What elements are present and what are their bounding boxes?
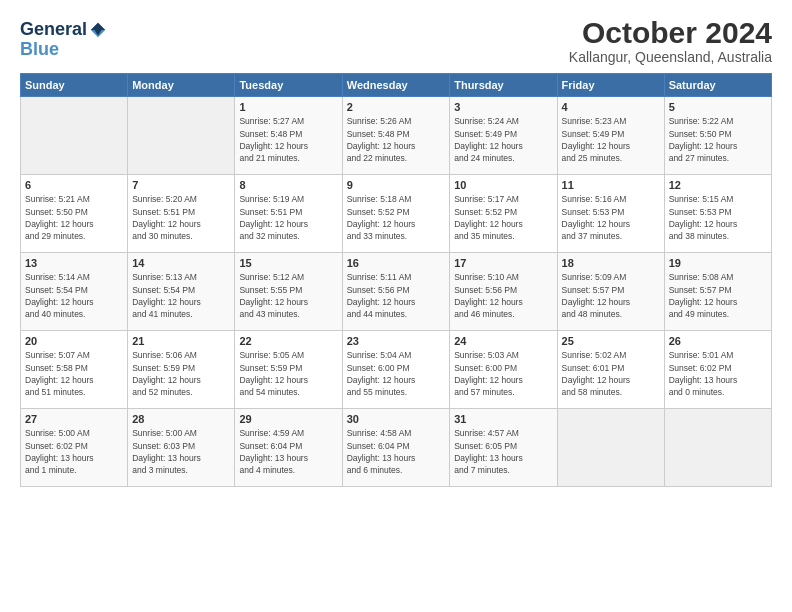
day-info: Sunrise: 5:09 AM Sunset: 5:57 PM Dayligh… bbox=[562, 271, 660, 320]
table-row: 18Sunrise: 5:09 AM Sunset: 5:57 PM Dayli… bbox=[557, 253, 664, 331]
day-info: Sunrise: 5:00 AM Sunset: 6:03 PM Dayligh… bbox=[132, 427, 230, 476]
table-row: 31Sunrise: 4:57 AM Sunset: 6:05 PM Dayli… bbox=[450, 409, 557, 487]
table-row: 3Sunrise: 5:24 AM Sunset: 5:49 PM Daylig… bbox=[450, 97, 557, 175]
day-number: 25 bbox=[562, 334, 660, 349]
day-number: 3 bbox=[454, 100, 552, 115]
day-number: 17 bbox=[454, 256, 552, 271]
day-info: Sunrise: 4:58 AM Sunset: 6:04 PM Dayligh… bbox=[347, 427, 445, 476]
day-info: Sunrise: 5:14 AM Sunset: 5:54 PM Dayligh… bbox=[25, 271, 123, 320]
table-row: 8Sunrise: 5:19 AM Sunset: 5:51 PM Daylig… bbox=[235, 175, 342, 253]
day-number: 10 bbox=[454, 178, 552, 193]
day-number: 30 bbox=[347, 412, 445, 427]
col-friday: Friday bbox=[557, 74, 664, 97]
table-row: 5Sunrise: 5:22 AM Sunset: 5:50 PM Daylig… bbox=[664, 97, 771, 175]
table-row: 15Sunrise: 5:12 AM Sunset: 5:55 PM Dayli… bbox=[235, 253, 342, 331]
day-number: 18 bbox=[562, 256, 660, 271]
calendar-title: October 2024 bbox=[569, 16, 772, 49]
day-info: Sunrise: 5:04 AM Sunset: 6:00 PM Dayligh… bbox=[347, 349, 445, 398]
day-number: 29 bbox=[239, 412, 337, 427]
col-sunday: Sunday bbox=[21, 74, 128, 97]
table-row: 24Sunrise: 5:03 AM Sunset: 6:00 PM Dayli… bbox=[450, 331, 557, 409]
day-number: 28 bbox=[132, 412, 230, 427]
header: General Blue October 2024 Kallangur, Que… bbox=[20, 16, 772, 65]
day-number: 12 bbox=[669, 178, 767, 193]
day-number: 31 bbox=[454, 412, 552, 427]
day-info: Sunrise: 5:12 AM Sunset: 5:55 PM Dayligh… bbox=[239, 271, 337, 320]
table-row bbox=[664, 409, 771, 487]
table-row: 13Sunrise: 5:14 AM Sunset: 5:54 PM Dayli… bbox=[21, 253, 128, 331]
table-row: 6Sunrise: 5:21 AM Sunset: 5:50 PM Daylig… bbox=[21, 175, 128, 253]
day-info: Sunrise: 5:05 AM Sunset: 5:59 PM Dayligh… bbox=[239, 349, 337, 398]
table-row bbox=[21, 97, 128, 175]
table-row: 11Sunrise: 5:16 AM Sunset: 5:53 PM Dayli… bbox=[557, 175, 664, 253]
day-number: 6 bbox=[25, 178, 123, 193]
logo: General Blue bbox=[20, 20, 107, 60]
col-thursday: Thursday bbox=[450, 74, 557, 97]
day-info: Sunrise: 5:08 AM Sunset: 5:57 PM Dayligh… bbox=[669, 271, 767, 320]
table-row: 1Sunrise: 5:27 AM Sunset: 5:48 PM Daylig… bbox=[235, 97, 342, 175]
calendar-week-row: 6Sunrise: 5:21 AM Sunset: 5:50 PM Daylig… bbox=[21, 175, 772, 253]
day-number: 5 bbox=[669, 100, 767, 115]
day-info: Sunrise: 5:06 AM Sunset: 5:59 PM Dayligh… bbox=[132, 349, 230, 398]
day-number: 23 bbox=[347, 334, 445, 349]
table-row: 29Sunrise: 4:59 AM Sunset: 6:04 PM Dayli… bbox=[235, 409, 342, 487]
day-info: Sunrise: 5:13 AM Sunset: 5:54 PM Dayligh… bbox=[132, 271, 230, 320]
day-info: Sunrise: 5:18 AM Sunset: 5:52 PM Dayligh… bbox=[347, 193, 445, 242]
table-row: 20Sunrise: 5:07 AM Sunset: 5:58 PM Dayli… bbox=[21, 331, 128, 409]
calendar-week-row: 1Sunrise: 5:27 AM Sunset: 5:48 PM Daylig… bbox=[21, 97, 772, 175]
table-row: 22Sunrise: 5:05 AM Sunset: 5:59 PM Dayli… bbox=[235, 331, 342, 409]
day-info: Sunrise: 5:02 AM Sunset: 6:01 PM Dayligh… bbox=[562, 349, 660, 398]
day-info: Sunrise: 5:03 AM Sunset: 6:00 PM Dayligh… bbox=[454, 349, 552, 398]
day-info: Sunrise: 5:23 AM Sunset: 5:49 PM Dayligh… bbox=[562, 115, 660, 164]
day-info: Sunrise: 5:07 AM Sunset: 5:58 PM Dayligh… bbox=[25, 349, 123, 398]
day-info: Sunrise: 5:22 AM Sunset: 5:50 PM Dayligh… bbox=[669, 115, 767, 164]
day-number: 21 bbox=[132, 334, 230, 349]
table-row: 30Sunrise: 4:58 AM Sunset: 6:04 PM Dayli… bbox=[342, 409, 449, 487]
table-row: 27Sunrise: 5:00 AM Sunset: 6:02 PM Dayli… bbox=[21, 409, 128, 487]
day-info: Sunrise: 5:10 AM Sunset: 5:56 PM Dayligh… bbox=[454, 271, 552, 320]
table-row: 9Sunrise: 5:18 AM Sunset: 5:52 PM Daylig… bbox=[342, 175, 449, 253]
col-wednesday: Wednesday bbox=[342, 74, 449, 97]
table-row: 26Sunrise: 5:01 AM Sunset: 6:02 PM Dayli… bbox=[664, 331, 771, 409]
col-tuesday: Tuesday bbox=[235, 74, 342, 97]
col-monday: Monday bbox=[128, 74, 235, 97]
day-number: 15 bbox=[239, 256, 337, 271]
day-number: 22 bbox=[239, 334, 337, 349]
day-info: Sunrise: 5:26 AM Sunset: 5:48 PM Dayligh… bbox=[347, 115, 445, 164]
day-number: 9 bbox=[347, 178, 445, 193]
table-row: 2Sunrise: 5:26 AM Sunset: 5:48 PM Daylig… bbox=[342, 97, 449, 175]
day-info: Sunrise: 5:20 AM Sunset: 5:51 PM Dayligh… bbox=[132, 193, 230, 242]
table-row: 14Sunrise: 5:13 AM Sunset: 5:54 PM Dayli… bbox=[128, 253, 235, 331]
day-info: Sunrise: 4:57 AM Sunset: 6:05 PM Dayligh… bbox=[454, 427, 552, 476]
day-number: 4 bbox=[562, 100, 660, 115]
table-row: 7Sunrise: 5:20 AM Sunset: 5:51 PM Daylig… bbox=[128, 175, 235, 253]
table-row: 4Sunrise: 5:23 AM Sunset: 5:49 PM Daylig… bbox=[557, 97, 664, 175]
table-row: 23Sunrise: 5:04 AM Sunset: 6:00 PM Dayli… bbox=[342, 331, 449, 409]
day-info: Sunrise: 5:19 AM Sunset: 5:51 PM Dayligh… bbox=[239, 193, 337, 242]
table-row bbox=[557, 409, 664, 487]
day-info: Sunrise: 5:16 AM Sunset: 5:53 PM Dayligh… bbox=[562, 193, 660, 242]
logo-text-line2: Blue bbox=[20, 39, 59, 59]
calendar-week-row: 20Sunrise: 5:07 AM Sunset: 5:58 PM Dayli… bbox=[21, 331, 772, 409]
day-number: 16 bbox=[347, 256, 445, 271]
calendar-header-row: Sunday Monday Tuesday Wednesday Thursday… bbox=[21, 74, 772, 97]
table-row: 12Sunrise: 5:15 AM Sunset: 5:53 PM Dayli… bbox=[664, 175, 771, 253]
table-row: 17Sunrise: 5:10 AM Sunset: 5:56 PM Dayli… bbox=[450, 253, 557, 331]
calendar-table: Sunday Monday Tuesday Wednesday Thursday… bbox=[20, 73, 772, 487]
calendar-week-row: 27Sunrise: 5:00 AM Sunset: 6:02 PM Dayli… bbox=[21, 409, 772, 487]
day-number: 13 bbox=[25, 256, 123, 271]
day-info: Sunrise: 5:00 AM Sunset: 6:02 PM Dayligh… bbox=[25, 427, 123, 476]
day-info: Sunrise: 5:27 AM Sunset: 5:48 PM Dayligh… bbox=[239, 115, 337, 164]
table-row: 16Sunrise: 5:11 AM Sunset: 5:56 PM Dayli… bbox=[342, 253, 449, 331]
day-info: Sunrise: 5:17 AM Sunset: 5:52 PM Dayligh… bbox=[454, 193, 552, 242]
day-info: Sunrise: 5:11 AM Sunset: 5:56 PM Dayligh… bbox=[347, 271, 445, 320]
table-row: 28Sunrise: 5:00 AM Sunset: 6:03 PM Dayli… bbox=[128, 409, 235, 487]
day-number: 1 bbox=[239, 100, 337, 115]
day-number: 2 bbox=[347, 100, 445, 115]
day-info: Sunrise: 4:59 AM Sunset: 6:04 PM Dayligh… bbox=[239, 427, 337, 476]
day-number: 14 bbox=[132, 256, 230, 271]
day-info: Sunrise: 5:15 AM Sunset: 5:53 PM Dayligh… bbox=[669, 193, 767, 242]
table-row: 21Sunrise: 5:06 AM Sunset: 5:59 PM Dayli… bbox=[128, 331, 235, 409]
col-saturday: Saturday bbox=[664, 74, 771, 97]
table-row: 25Sunrise: 5:02 AM Sunset: 6:01 PM Dayli… bbox=[557, 331, 664, 409]
